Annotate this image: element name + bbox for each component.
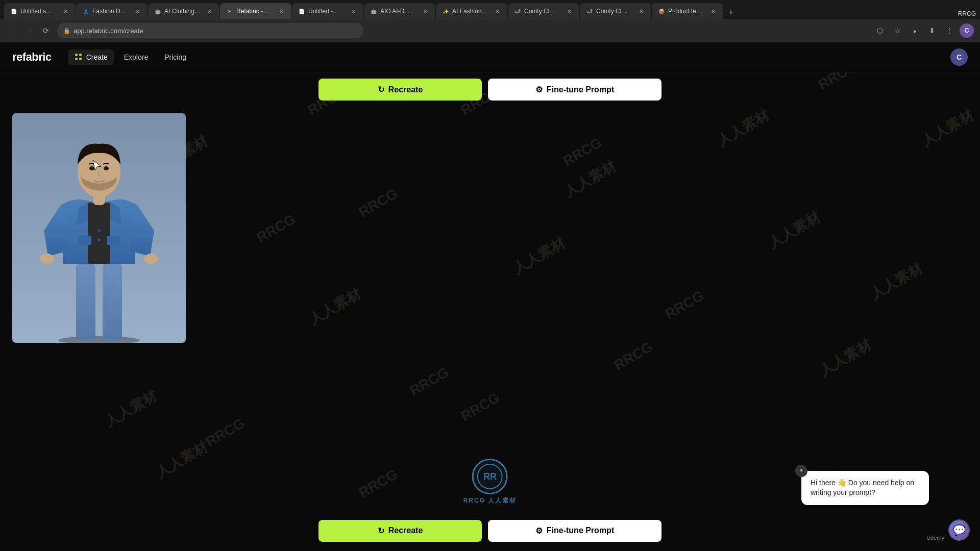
tab-close[interactable]: ✕: [277, 7, 285, 15]
nav-explore[interactable]: Explore: [118, 50, 154, 64]
model-image: [12, 113, 186, 343]
download-button[interactable]: ⬇: [925, 23, 939, 38]
watermark-circle: RR: [472, 459, 508, 494]
tab-3[interactable]: 🤖 AI Clothing... ✕: [148, 3, 219, 19]
extra-watermark-2: RRCG: [560, 135, 605, 170]
browser-menu-button[interactable]: ⋮: [942, 23, 957, 38]
tab-close[interactable]: ✕: [493, 7, 501, 15]
extra-watermark-1: 人人素材: [765, 208, 824, 253]
forward-button[interactable]: →: [22, 23, 37, 38]
svg-point-13: [97, 229, 101, 232]
tab-favicon: 🛋: [586, 8, 593, 15]
recreate-button[interactable]: ↻ Recreate: [318, 79, 482, 101]
tab-10[interactable]: 📦 Product te... ✕: [652, 3, 723, 19]
browser-profile: RRCG: [958, 10, 976, 19]
tab-favicon: 🤖: [154, 8, 161, 15]
finetune-label: Fine-tune Prompt: [547, 85, 614, 94]
svg-point-9: [89, 166, 94, 170]
svg-point-14: [97, 238, 101, 241]
watermark-3: 人人素材: [509, 233, 569, 279]
tab-close[interactable]: ✕: [709, 7, 717, 15]
watermark-brand-text: RRCG 人人素材: [463, 496, 517, 505]
tab-9[interactable]: 🛋 Comfy Cl... ✕: [580, 3, 651, 19]
create-icon-dots: [75, 54, 82, 61]
tab-favicon: 📄: [10, 8, 17, 15]
pricing-link-label: Pricing: [164, 53, 186, 61]
url-text: app.refabric.com/create: [74, 27, 143, 35]
create-dot-3: [75, 58, 78, 60]
explore-link-label: Explore: [124, 53, 148, 61]
nav-buttons: ← → ⟳: [6, 23, 53, 38]
browser-actions: ⬡ ☆ ⬧ ⬇ ⋮ C: [873, 23, 974, 38]
extension-button[interactable]: ⬧: [908, 23, 922, 38]
tab-favicon: 📦: [658, 8, 665, 15]
tab-close[interactable]: ✕: [61, 7, 69, 15]
tab-close[interactable]: ✕: [565, 7, 573, 15]
address-bar: ← → ⟳ 🔒 app.refabric.com/create ⬡ ☆ ⬧ ⬇ …: [0, 19, 980, 42]
tab-title: Untitled -...: [308, 8, 346, 15]
profile-button[interactable]: C: [960, 23, 974, 38]
extra-watermark-7: 人人素材: [152, 437, 211, 483]
back-button[interactable]: ←: [6, 23, 20, 38]
watermark-2: RRCG: [356, 186, 401, 221]
extra-watermark-10: RRCG: [356, 466, 401, 502]
app-profile-button[interactable]: C: [950, 48, 968, 66]
nav-create[interactable]: Create: [68, 49, 114, 65]
udemy-badge: Udemy: [926, 535, 944, 541]
tab-title: Untitled s...: [20, 8, 58, 15]
svg-point-5: [40, 254, 54, 264]
svg-rect-3: [103, 264, 122, 339]
url-bar[interactable]: 🔒 app.refabric.com/create: [57, 23, 363, 38]
create-dot-1: [75, 54, 78, 56]
tab-6[interactable]: 🤖 AIO AI-D... ✕: [364, 3, 435, 19]
svg-point-10: [104, 166, 109, 170]
chat-avatar[interactable]: 💬: [948, 519, 970, 541]
tab-close[interactable]: ✕: [421, 7, 429, 15]
extra-watermark-4: RRCG: [611, 339, 656, 374]
tab-4[interactable]: ✂ Refabric -... ✕: [220, 3, 291, 19]
new-tab-button[interactable]: +: [724, 5, 738, 19]
tab-2[interactable]: 👗 Fashion D... ✕: [76, 3, 148, 19]
watermark-9: 人人素材: [560, 157, 620, 202]
app-logo: refabric: [12, 51, 52, 64]
tab-bar: 📄 Untitled s... ✕ 👗 Fashion D... ✕ 🤖 AI …: [0, 0, 980, 19]
recreate-label: Recreate: [388, 85, 423, 94]
tab-title: AI Clothing...: [164, 8, 202, 15]
bottom-finetune-button[interactable]: ⚙ Fine-tune Prompt: [488, 520, 662, 542]
main-content: RRCG人人素材RRCG人人素材RRCG人人素材RRCG人人素材RRCG人人素材…: [0, 42, 980, 551]
tab-close[interactable]: ✕: [637, 7, 645, 15]
chat-close-button[interactable]: ×: [795, 465, 807, 477]
watermark-10: RRCG: [407, 364, 452, 399]
watermark-4: RRCG: [663, 288, 707, 323]
reload-button[interactable]: ⟳: [39, 23, 53, 38]
browser-frame: 📄 Untitled s... ✕ 👗 Fashion D... ✕ 🤖 AI …: [0, 0, 980, 551]
udemy-label: Udemy: [926, 535, 944, 541]
watermark-11: 人人素材: [714, 106, 773, 151]
tab-title: Comfy Cl...: [596, 8, 634, 15]
lock-icon: 🔒: [63, 28, 70, 34]
tab-title: Refabric -...: [236, 8, 274, 15]
tab-1[interactable]: 📄 Untitled s... ✕: [4, 3, 76, 19]
watermark-7: 人人素材: [101, 386, 160, 432]
finetune-button[interactable]: ⚙ Fine-tune Prompt: [488, 79, 662, 101]
svg-rect-2: [76, 264, 95, 339]
tab-8[interactable]: 🛋 Comfy Cl... ✕: [508, 3, 579, 19]
tab-title: AI Fashion...: [452, 8, 490, 15]
bottom-recreate-button[interactable]: ↻ Recreate: [318, 520, 482, 542]
extra-watermark-3: 人人素材: [305, 284, 364, 330]
screen-cast-button[interactable]: ⬡: [873, 23, 887, 38]
tab-7[interactable]: ✨ AI Fashion... ✕: [436, 3, 507, 19]
top-action-bar: ↻ Recreate ⚙ Fine-tune Prompt: [0, 72, 980, 107]
tab-favicon: ✂: [226, 8, 233, 15]
extra-watermark-6: RRCG: [458, 390, 503, 425]
tab-5[interactable]: 📄 Untitled -... ✕: [292, 3, 363, 19]
nav-pricing[interactable]: Pricing: [158, 50, 192, 64]
tab-close[interactable]: ✕: [349, 7, 357, 15]
tab-close[interactable]: ✕: [133, 7, 141, 15]
watermark-8: RRCG: [254, 211, 299, 246]
tab-title: Comfy Cl...: [524, 8, 562, 15]
bottom-finetune-icon: ⚙: [535, 526, 543, 536]
bookmark-button[interactable]: ☆: [890, 23, 904, 38]
recreate-icon: ↻: [378, 85, 384, 94]
tab-close[interactable]: ✕: [205, 7, 213, 15]
